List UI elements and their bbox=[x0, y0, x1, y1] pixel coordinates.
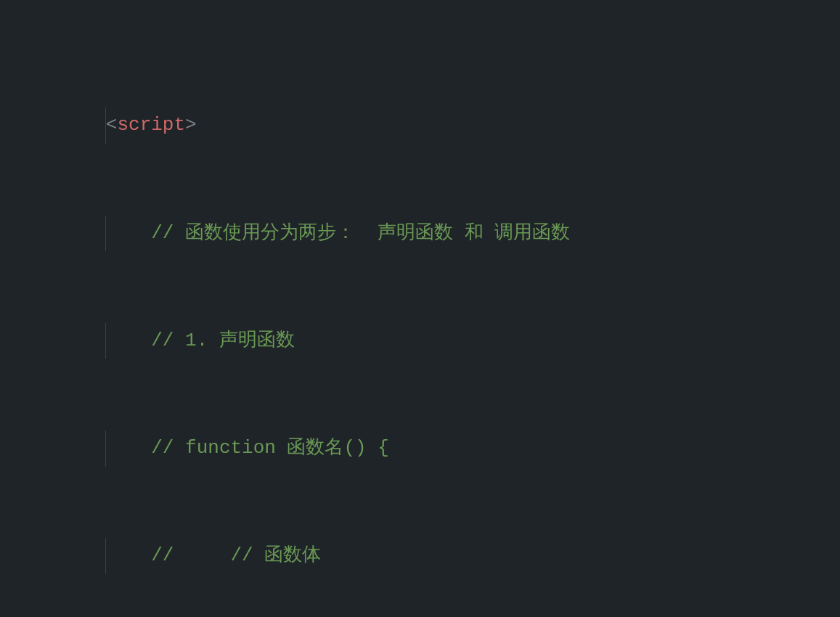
tag-open-bracket: < bbox=[106, 114, 118, 136]
code-line[interactable]: // // 函数体 bbox=[0, 502, 840, 539]
tag-name: script bbox=[117, 114, 185, 136]
comment: // 1. 声明函数 bbox=[151, 330, 295, 351]
comment: // function 函数名() { bbox=[151, 437, 389, 459]
code-line[interactable]: // function 函数名() { bbox=[0, 395, 840, 431]
comment: // 函数使用分为两步： 声明函数 和 调用函数 bbox=[151, 222, 570, 244]
tag-close-bracket: > bbox=[185, 114, 197, 136]
code-line[interactable]: // } bbox=[0, 610, 840, 617]
comment: // // 函数体 bbox=[151, 544, 321, 566]
code-line[interactable]: // 函数使用分为两步： 声明函数 和 调用函数 bbox=[0, 179, 840, 216]
code-editor[interactable]: <script> // 函数使用分为两步： 声明函数 和 调用函数 // 1. … bbox=[0, 0, 840, 617]
code-line[interactable]: // 1. 声明函数 bbox=[0, 287, 840, 323]
code-line[interactable]: <script> bbox=[0, 72, 840, 108]
